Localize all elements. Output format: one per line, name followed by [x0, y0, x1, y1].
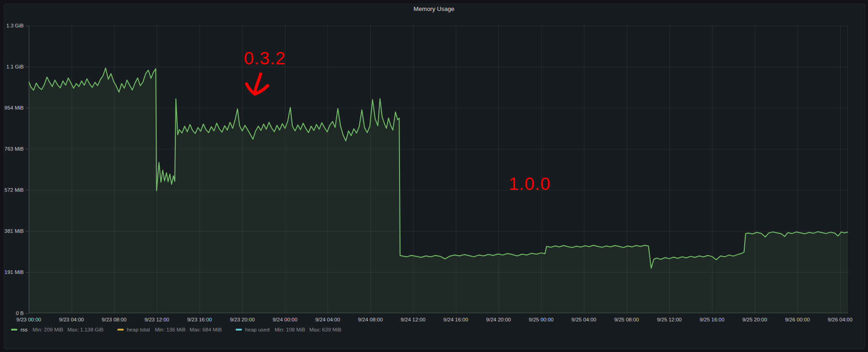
legend: rssMin: 209 MiBMax: 1.138 GiBheap totalM…: [11, 326, 355, 334]
annotation-version-1-0-0: 1.0.0: [509, 174, 551, 194]
y-axis-tick: [26, 149, 28, 149]
chart-canvas[interactable]: [29, 26, 848, 313]
y-axis-label: 572 MiB: [0, 187, 24, 193]
y-axis-tick: [26, 67, 28, 67]
legend-item-rss[interactable]: rss: [21, 327, 27, 332]
y-axis-label: 1.3 GiB: [0, 22, 24, 29]
x-axis-label: 9/23 12:00: [138, 316, 176, 323]
y-axis-label: 381 MiB: [0, 228, 24, 234]
x-axis-label: 9/25 20:00: [736, 316, 774, 323]
heap-total-swatch-icon[interactable]: [117, 329, 124, 331]
x-axis-label: 9/25 08:00: [607, 316, 646, 323]
y-axis-label: 1.1 GiB: [0, 63, 24, 70]
x-axis-label: 9/25 12:00: [650, 316, 689, 323]
x-axis-label: 9/26 04:00: [821, 316, 859, 323]
y-axis-tick: [26, 231, 28, 231]
y-axis-label: 954 MiB: [0, 105, 24, 111]
annotation-version-0-3-2: 0.3.2: [244, 48, 286, 68]
x-axis-label: 9/24 04:00: [309, 316, 347, 323]
heap-used-swatch-icon[interactable]: [236, 329, 242, 331]
y-axis-tick: [26, 26, 28, 26]
x-axis-label: 9/23 04:00: [53, 316, 91, 323]
memory-usage-chart[interactable]: [29, 26, 848, 313]
heap-total-min-value: Min: 136 MiB: [155, 327, 185, 332]
x-axis-label: 9/24 00:00: [266, 316, 304, 323]
x-axis-label: 9/24 20:00: [479, 316, 518, 323]
y-axis-tick: [26, 272, 28, 273]
x-axis-label: 9/25 04:00: [565, 316, 603, 323]
x-axis-label: 9/25 00:00: [522, 316, 560, 323]
y-axis-label: 191 MiB: [0, 269, 24, 275]
x-axis-label: 9/26 00:00: [778, 316, 816, 323]
x-axis-label: 9/24 16:00: [437, 316, 475, 323]
y-axis-tick: [26, 190, 28, 190]
heap-used-min-value: Min: 108 MiB: [274, 327, 305, 332]
y-axis-tick: [26, 108, 28, 108]
x-axis-label: 9/25 16:00: [693, 316, 731, 323]
heap-total-max-value: Max: 684 MiB: [189, 327, 221, 332]
x-axis-label: 9/23 16:00: [180, 316, 219, 323]
rss-series-fill: [29, 68, 847, 313]
x-axis-label: 9/23 08:00: [95, 316, 133, 323]
y-axis-label: 763 MiB: [0, 146, 24, 152]
rss-max-value: Max: 1.138 GiB: [67, 327, 103, 332]
x-axis-label: 9/24 08:00: [351, 316, 389, 323]
heap-used-max-value: Max: 639 MiB: [309, 327, 341, 332]
legend-item-heap-total[interactable]: heap total: [127, 327, 150, 332]
x-axis-label: 9/23 00:00: [10, 316, 48, 323]
x-axis-label: 9/23 20:00: [223, 316, 262, 323]
legend-item-heap-used[interactable]: heap used: [245, 327, 270, 332]
y-axis-label: 0 B: [0, 310, 24, 316]
panel-title: Memory Usage: [0, 5, 868, 12]
y-axis-tick: [26, 313, 28, 314]
rss-swatch-icon[interactable]: [11, 329, 17, 331]
rss-min-value: Min: 209 MiB: [32, 327, 63, 332]
x-axis-label: 9/24 12:00: [394, 316, 432, 323]
